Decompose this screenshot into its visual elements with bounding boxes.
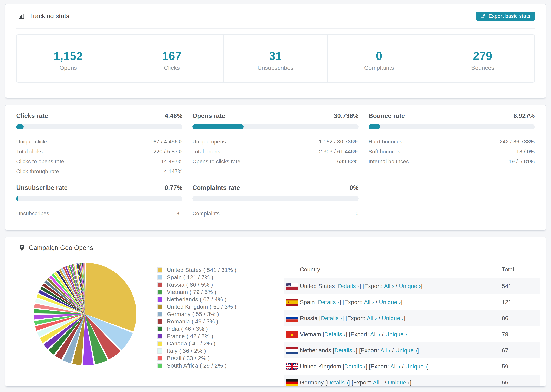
export-unique-link[interactable]: Unique › bbox=[388, 379, 410, 386]
rate-row-internal-bounces: Internal bounces19 / 6.81% bbox=[369, 155, 535, 165]
legend-item-vietnam[interactable]: Vietnam ( 79 / 5% ) bbox=[157, 288, 236, 296]
rate-row-label: Soft bounces bbox=[369, 149, 400, 155]
details-link[interactable]: Details › bbox=[327, 379, 348, 386]
export-all-link[interactable]: All › bbox=[384, 283, 394, 289]
legend-label: Vietnam ( 79 / 5% ) bbox=[167, 289, 216, 295]
rate-row-total-clicks: Total clicks220 / 5.87% bbox=[16, 145, 182, 155]
legend-item-italy[interactable]: Italy ( 36 / 2% ) bbox=[157, 347, 236, 355]
dotted-leader bbox=[228, 143, 317, 143]
stat-box-bounces: 279Bounces bbox=[431, 35, 534, 82]
rate-rows: Unique opens1,152 / 30.736%Total opens2,… bbox=[192, 135, 359, 165]
legend-item-germany[interactable]: Germany ( 55 / 3% ) bbox=[157, 310, 236, 318]
details-link[interactable]: Details › bbox=[345, 363, 366, 370]
legend-item-brazil[interactable]: Brazil ( 33 / 2% ) bbox=[157, 355, 236, 362]
export-unique-link[interactable]: Unique › bbox=[405, 363, 427, 370]
rate-row-unique-clicks: Unique clicks167 / 4.456% bbox=[16, 135, 182, 145]
geo-table-row-united-states: United States [Details ›] [Export: All ›… bbox=[284, 278, 540, 294]
legend-item-russia[interactable]: Russia ( 86 / 5% ) bbox=[157, 281, 236, 288]
geo-table-row-spain: Spain [Details ›] [Export: All › / Uniqu… bbox=[284, 294, 540, 310]
dotted-leader bbox=[222, 153, 317, 153]
details-link[interactable]: Details › bbox=[318, 299, 339, 305]
legend-label: Romania ( 49 / 3% ) bbox=[167, 318, 218, 325]
details-link[interactable]: Details › bbox=[334, 347, 356, 354]
rate-rows: Complaints0 bbox=[192, 207, 359, 217]
legend-item-canada[interactable]: Canada ( 40 / 2% ) bbox=[157, 340, 236, 347]
stat-label: Complaints bbox=[327, 64, 431, 71]
legend-item-united-kingdom[interactable]: United Kingdom ( 59 / 3% ) bbox=[157, 303, 236, 310]
column-header-total: Total bbox=[502, 266, 540, 273]
legend-swatch bbox=[157, 326, 162, 331]
export-unique-link[interactable]: Unique › bbox=[385, 331, 407, 337]
rate-row-label: Total clicks bbox=[16, 149, 43, 155]
page-title: Tracking stats bbox=[19, 13, 70, 20]
legend-item-romania[interactable]: Romania ( 49 / 3% ) bbox=[157, 318, 236, 325]
rate-section-opens-rate: Opens rate30.736%Unique opens1,152 / 30.… bbox=[192, 112, 359, 175]
rate-value: 0.77% bbox=[165, 184, 182, 191]
rate-head: Clicks rate4.46% bbox=[16, 112, 182, 119]
rate-section-complaints-rate: Complaints rate0%Complaints0 bbox=[192, 184, 359, 217]
rate-row-total-opens: Total opens2,303 / 61.446% bbox=[192, 145, 359, 155]
export-basic-stats-button[interactable]: Export basic stats bbox=[476, 12, 535, 21]
rate-row-label: Hard bounces bbox=[369, 139, 403, 145]
dotted-leader bbox=[61, 173, 162, 173]
dotted-leader bbox=[66, 163, 159, 163]
export-all-link[interactable]: All › bbox=[364, 299, 374, 305]
flag-icon-es bbox=[286, 299, 298, 306]
legend-item-india[interactable]: India ( 46 / 3% ) bbox=[157, 325, 236, 332]
rate-row-label: Complaints bbox=[192, 210, 219, 217]
legend-swatch bbox=[157, 312, 162, 317]
details-link[interactable]: Details › bbox=[338, 283, 359, 289]
legend-item-netherlands[interactable]: Netherlands ( 67 / 4% ) bbox=[157, 296, 236, 303]
export-unique-link[interactable]: Unique › bbox=[399, 283, 421, 289]
rate-head: Bounce rate6.927% bbox=[369, 112, 535, 119]
export-all-link[interactable]: All › bbox=[367, 315, 377, 321]
rate-row-unique-opens: Unique opens1,152 / 30.736% bbox=[192, 135, 359, 145]
geo-table-row-vietnam: Vietnam [Details ›] [Export: All › / Uni… bbox=[284, 326, 540, 343]
legend-swatch bbox=[157, 275, 162, 280]
rate-progress-bar bbox=[192, 124, 359, 129]
rate-value: 30.736% bbox=[334, 112, 359, 119]
rate-row-value: 31 bbox=[177, 210, 182, 217]
legend-item-france[interactable]: France ( 42 / 2% ) bbox=[157, 332, 236, 340]
campaign-geo-opens-card: Campaign Geo Opens United States ( 541 /… bbox=[5, 237, 546, 386]
export-unique-link[interactable]: Unique › bbox=[382, 315, 404, 321]
legend-item-south-africa[interactable]: South Africa ( 29 / 2% ) bbox=[157, 362, 236, 369]
geo-row-country: Vietnam [Details ›] [Export: All › / Uni… bbox=[300, 331, 502, 338]
geo-title-text: Campaign Geo Opens bbox=[29, 244, 93, 252]
rate-progress-bar bbox=[16, 124, 182, 129]
rate-row-soft-bounces: Soft bounces18 / 0% bbox=[369, 145, 535, 155]
rate-head: Complaints rate0% bbox=[192, 184, 359, 191]
dotted-leader bbox=[404, 143, 497, 143]
legend-label: India ( 46 / 3% ) bbox=[167, 326, 208, 332]
column-header-country: Country bbox=[300, 266, 502, 273]
geo-opens-pie-chart[interactable] bbox=[33, 262, 137, 366]
legend-item-united-states[interactable]: United States ( 541 / 31% ) bbox=[157, 266, 236, 274]
legend-swatch bbox=[157, 356, 162, 361]
rate-rows: Hard bounces242 / 86.738%Soft bounces18 … bbox=[369, 135, 535, 165]
legend-label: Brazil ( 33 / 2% ) bbox=[167, 355, 210, 362]
rate-row-value: 167 / 4.456% bbox=[150, 139, 183, 145]
export-unique-link[interactable]: Unique › bbox=[395, 347, 417, 354]
rate-row-value: 18 / 0% bbox=[516, 149, 535, 155]
bar-chart-icon bbox=[19, 13, 25, 19]
rate-title: Clicks rate bbox=[16, 112, 48, 119]
dotted-leader bbox=[45, 153, 151, 153]
geo-table: Country Total United States [Details ›] … bbox=[284, 261, 540, 386]
export-all-link[interactable]: All › bbox=[390, 363, 400, 370]
geo-row-total: 541 bbox=[502, 283, 540, 289]
export-all-link[interactable]: All › bbox=[380, 347, 390, 354]
details-link[interactable]: Details › bbox=[321, 315, 342, 321]
geo-table-row-germany: Germany [Details ›] [Export: All › / Uni… bbox=[284, 375, 540, 386]
export-unique-link[interactable]: Unique › bbox=[379, 299, 401, 305]
legend-label: Spain ( 121 / 7% ) bbox=[167, 274, 213, 281]
rate-row-opens-to-clicks-rate: Opens to clicks rate689.82% bbox=[192, 155, 359, 165]
export-all-link[interactable]: All › bbox=[370, 331, 380, 337]
legend-item-spain[interactable]: Spain ( 121 / 7% ) bbox=[157, 274, 236, 281]
geo-table-body: United States [Details ›] [Export: All ›… bbox=[284, 278, 540, 386]
stat-value: 167 bbox=[120, 49, 224, 63]
rate-value: 6.927% bbox=[513, 112, 535, 119]
legend-swatch bbox=[157, 334, 162, 339]
details-link[interactable]: Details › bbox=[324, 331, 346, 337]
export-all-link[interactable]: All › bbox=[373, 379, 383, 386]
rate-row-value: 220 / 5.87% bbox=[153, 149, 182, 155]
